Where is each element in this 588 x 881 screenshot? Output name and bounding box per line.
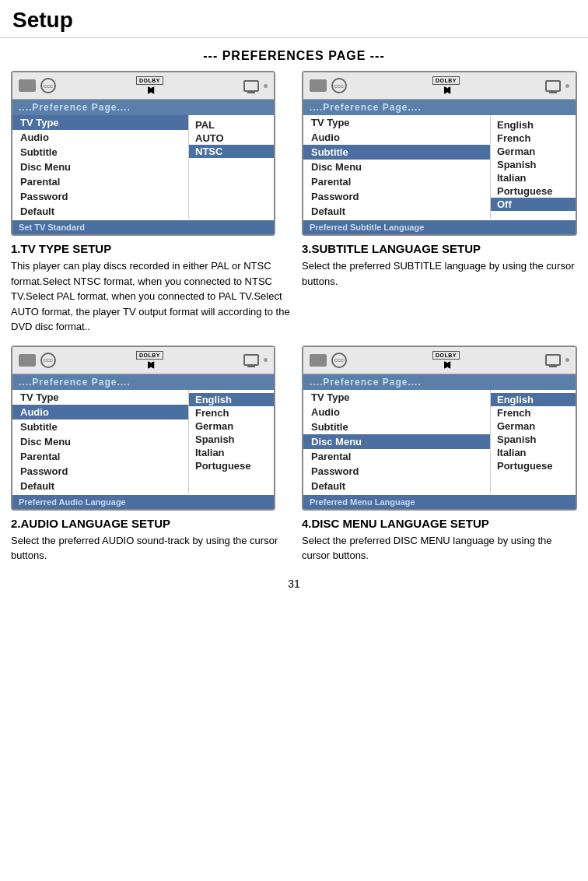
page-title: Setup — [0, 0, 588, 38]
menu-item-disc-menu-1[interactable]: Disc Menu — [12, 160, 188, 174]
menu-item-subtitle-4[interactable]: Subtitle — [303, 419, 490, 434]
section-3-body: Select the preferred SUBTITLE language b… — [302, 258, 577, 289]
menu-col-3: TV Type Audio Subtitle Disc Menu Parenta… — [12, 390, 188, 493]
tv-top-left-2: ccc — [310, 78, 347, 93]
dolby-area-2: DOLBY ◗◖ — [432, 76, 460, 95]
option-off-2[interactable]: Off — [491, 198, 576, 211]
section-3-heading: 3.SUBTITLE LANGUAGE SETUP — [302, 242, 577, 255]
tv-top-right-1 — [243, 80, 268, 92]
tv-top-left-3: ccc — [19, 353, 56, 368]
monitor-icon-2 — [545, 80, 561, 92]
tv-panel-3: ccc DOLBY ◗◖ ....Preference Page.... TV … — [11, 346, 275, 511]
pref-header-2: ....Preference Page.... — [303, 100, 576, 115]
option-english-3[interactable]: English — [189, 393, 274, 406]
section-1-heading: 1.TV TYPE SETUP — [11, 242, 291, 255]
dolby-area: DOLBY ◗◖ — [136, 76, 163, 95]
menu-item-default-2[interactable]: Default — [303, 204, 490, 219]
panel-4-container: ccc DOLBY ◗◖ ....Preference Page.... TV … — [302, 346, 577, 511]
menu-item-tv-type-2[interactable]: TV Type — [303, 115, 490, 130]
speaker-icon-4 — [310, 354, 327, 367]
option-portuguese-2[interactable]: Portuguese — [491, 184, 576, 198]
menu-item-subtitle-1[interactable]: Subtitle — [12, 145, 188, 160]
option-french-4[interactable]: French — [491, 406, 576, 419]
menu-item-default-4[interactable]: Default — [303, 479, 490, 493]
option-french-3[interactable]: French — [189, 406, 274, 419]
option-italian-2[interactable]: Italian — [491, 171, 576, 184]
menu-item-tv-type-1[interactable]: TV Type — [12, 115, 188, 130]
menu-item-password-4[interactable]: Password — [303, 464, 490, 479]
option-spanish-3[interactable]: Spanish — [189, 433, 274, 446]
tv-top-right-2 — [545, 80, 569, 92]
option-portuguese-4[interactable]: Portuguese — [491, 459, 576, 472]
menu-item-parental-4[interactable]: Parental — [303, 449, 490, 464]
menu-item-audio-2[interactable]: Audio — [303, 130, 490, 145]
dolby-logo-2: DOLBY — [432, 76, 460, 85]
tv-panel-inner-1: TV Type Audio Subtitle Disc Menu Parenta… — [12, 115, 274, 219]
option-english-2[interactable]: English — [491, 118, 576, 132]
option-spanish-2[interactable]: Spanish — [491, 158, 576, 171]
options-col-2: English French German Spanish Italian Po… — [490, 115, 576, 219]
menu-item-parental-2[interactable]: Parental — [303, 174, 490, 189]
dolby-symbol-3: ◗◖ — [147, 360, 153, 370]
tv-panel-inner-2: TV Type Audio Subtitle Disc Menu Parenta… — [303, 115, 576, 219]
dot-icon-3 — [264, 358, 268, 362]
menu-item-audio-1[interactable]: Audio — [12, 130, 188, 145]
tv-top-bar-1: ccc DOLBY ◗◖ — [12, 72, 274, 100]
knob-icon-3: ccc — [40, 353, 56, 368]
option-german-4[interactable]: German — [491, 419, 576, 433]
knob-icon-4: ccc — [331, 353, 347, 368]
preferences-bar: --- PREFERENCES PAGE --- — [0, 38, 588, 71]
tv-panel-2: ccc DOLBY ◗◖ ....Preference Page.... TV … — [302, 71, 577, 236]
menu-item-subtitle-3[interactable]: Subtitle — [12, 419, 188, 434]
menu-item-default-3[interactable]: Default — [12, 479, 188, 493]
speaker-icon-2 — [310, 79, 327, 92]
menu-item-disc-menu-2[interactable]: Disc Menu — [303, 160, 490, 174]
menu-item-tv-type-4[interactable]: TV Type — [303, 390, 490, 405]
dolby-area-4: DOLBY ◗◖ — [432, 351, 460, 370]
menu-col-1: TV Type Audio Subtitle Disc Menu Parenta… — [12, 115, 188, 219]
menu-col-2: TV Type Audio Subtitle Disc Menu Parenta… — [303, 115, 490, 219]
section-3-text: 3.SUBTITLE LANGUAGE SETUP Select the pre… — [302, 242, 577, 335]
option-ntsc[interactable]: NTSC — [189, 145, 274, 158]
option-auto[interactable]: AUTO — [189, 132, 274, 145]
section-1-body: This player can play discs recorded in e… — [11, 258, 291, 335]
menu-item-audio-3[interactable]: Audio — [12, 405, 188, 419]
option-spanish-4[interactable]: Spanish — [491, 433, 576, 446]
section-4-heading: 4.DISC MENU LANGUAGE SETUP — [302, 517, 577, 530]
knob-icon-2: ccc — [331, 78, 347, 93]
option-english-4[interactable]: English — [491, 393, 576, 406]
menu-item-password-1[interactable]: Password — [12, 189, 188, 204]
option-german-2[interactable]: German — [491, 145, 576, 158]
menu-item-disc-menu-3[interactable]: Disc Menu — [12, 434, 188, 449]
tv-top-left-4: ccc — [310, 353, 347, 368]
tv-top-bar-2: ccc DOLBY ◗◖ — [303, 72, 576, 100]
menu-item-password-2[interactable]: Password — [303, 189, 490, 204]
menu-item-password-3[interactable]: Password — [12, 464, 188, 479]
menu-item-tv-type-3[interactable]: TV Type — [12, 390, 188, 405]
menu-item-parental-1[interactable]: Parental — [12, 174, 188, 189]
menu-item-subtitle-2[interactable]: Subtitle — [303, 145, 490, 160]
dolby-logo-4: DOLBY — [432, 351, 460, 360]
menu-item-disc-menu-4[interactable]: Disc Menu — [303, 434, 490, 449]
option-pal[interactable]: PAL — [189, 118, 274, 132]
menu-item-audio-4[interactable]: Audio — [303, 405, 490, 419]
tv-top-right-4 — [545, 354, 569, 366]
option-german-3[interactable]: German — [189, 419, 274, 433]
menu-item-default-1[interactable]: Default — [12, 204, 188, 219]
option-french-2[interactable]: French — [491, 132, 576, 145]
option-italian-3[interactable]: Italian — [189, 446, 274, 459]
pref-header-4: ....Preference Page.... — [303, 374, 576, 390]
status-bar-1: Set TV Standard — [12, 220, 274, 234]
monitor-icon — [243, 80, 259, 92]
pref-header-3: ....Preference Page.... — [12, 374, 274, 390]
menu-item-parental-3[interactable]: Parental — [12, 449, 188, 464]
option-italian-4[interactable]: Italian — [491, 446, 576, 459]
dolby-logo-3: DOLBY — [136, 351, 163, 360]
dot-icon-4 — [565, 358, 569, 362]
panel-1-container: ccc DOLBY ◗◖ ....Preference Page.... TV … — [11, 71, 291, 236]
options-col-4: English French German Spanish Italian Po… — [490, 390, 576, 493]
options-col-3: English French German Spanish Italian Po… — [188, 390, 274, 493]
monitor-icon-3 — [243, 354, 259, 366]
section-2-text: 2.AUDIO LANGUAGE SETUP Select the prefer… — [11, 517, 291, 563]
option-portuguese-3[interactable]: Portuguese — [189, 459, 274, 472]
